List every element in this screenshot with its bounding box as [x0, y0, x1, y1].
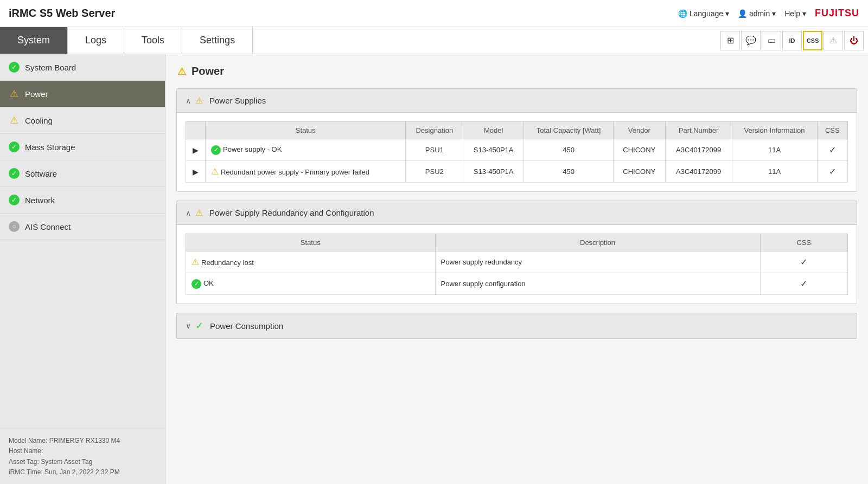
display-icon-button[interactable]: ▭: [762, 31, 781, 50]
psu1-css: ✓: [817, 139, 847, 161]
psu2-css: ✓: [817, 161, 847, 183]
host-name-line: Host Name:: [9, 446, 156, 456]
row-expand-cell: ▶: [186, 161, 206, 183]
power-icon-button[interactable]: ⏻: [844, 31, 864, 50]
section-power-supplies: ∧ ⚠ Power Supplies Status Designation Mo…: [176, 88, 857, 192]
psu1-designation: PSU1: [406, 139, 463, 161]
warning-icon-button[interactable]: ⚠: [824, 31, 843, 50]
model-name-label: Model Name:: [9, 437, 49, 444]
power-redundancy-table: Status Description CSS ⚠Redundancy lost …: [186, 234, 848, 295]
redundancy-css: ✓: [760, 251, 847, 273]
chevron-icon: ∨: [186, 321, 191, 330]
col-version: Version Information: [732, 122, 817, 139]
top-bar-controls: 🌐 Language ▾ 👤 admin ▾ Help ▾ FUJITSU: [678, 8, 859, 19]
app-title: iRMC S5 Web Server: [9, 7, 678, 20]
user-icon: 👤: [738, 9, 747, 18]
status-warning-icon: ⚠: [9, 88, 20, 99]
page-title: ⚠ Power: [176, 65, 857, 78]
sidebar-item-power[interactable]: ⚠ Power: [0, 81, 165, 107]
row-expand-button[interactable]: ▶: [193, 146, 199, 154]
chevron-icon: ∧: [186, 96, 191, 105]
section-warning-icon: ⚠: [195, 95, 203, 106]
section-header-power-redundancy[interactable]: ∧ ⚠ Power Supply Redundancy and Configur…: [177, 201, 857, 225]
host-name-label: Host Name:: [9, 447, 43, 455]
section-title-power-redundancy: Power Supply Redundancy and Configuratio…: [209, 208, 374, 217]
section-body-power-redundancy: Status Description CSS ⚠Redundancy lost …: [177, 225, 857, 304]
config-status: ✓OK: [186, 273, 436, 295]
sidebar-label-cooling: Cooling: [25, 116, 53, 125]
table-row: ⚠Redundancy lost Power supply redundancy…: [186, 251, 848, 273]
psu1-part-number: A3C40172099: [665, 139, 732, 161]
psu2-model: S13-450P1A: [463, 161, 524, 183]
sidebar-item-ais-connect[interactable]: ○ AIS Connect: [0, 214, 165, 240]
status-warning-icon: ⚠: [192, 257, 199, 267]
status-ok-icon: ✓: [192, 279, 201, 289]
irmc-time-label: iRMC Time:: [9, 468, 44, 476]
asset-tag-label: Asset Tag:: [9, 458, 41, 466]
psu1-vendor: CHICONY: [614, 139, 666, 161]
status-green-icon: ✓: [9, 62, 20, 73]
top-bar: iRMC S5 Web Server 🌐 Language ▾ 👤 admin …: [0, 0, 868, 27]
sidebar-label-software: Software: [25, 169, 57, 178]
sidebar-label-ais-connect: AIS Connect: [25, 222, 71, 231]
section-power-consumption: ∨ ✓ Power Consumption: [176, 313, 857, 339]
psu2-part-number: A3C40172099: [665, 161, 732, 183]
sidebar-item-network[interactable]: ✓ Network: [0, 187, 165, 214]
col-vendor: Vendor: [614, 122, 666, 139]
page-title-text: Power: [192, 65, 224, 78]
sidebar-item-software[interactable]: ✓ Software: [0, 160, 165, 187]
status-warning-icon: ⚠: [9, 115, 20, 126]
irmc-time-value: Sun, Jan 2, 2022 2:32 PM: [44, 468, 120, 476]
chevron-down-icon: ▾: [725, 9, 729, 18]
sidebar-label-power: Power: [25, 89, 48, 99]
help-button[interactable]: Help ▾: [784, 9, 806, 18]
table-row: ✓OK Power supply configuration ✓: [186, 273, 848, 295]
row-expand-button[interactable]: ▶: [193, 167, 199, 176]
col-part-number: Part Number: [665, 122, 732, 139]
sidebar-label-system-board: System Board: [25, 63, 76, 72]
model-name-line: Model Name: PRIMERGY RX1330 M4: [9, 436, 156, 446]
sidebar-footer: Model Name: PRIMERGY RX1330 M4 Host Name…: [0, 429, 165, 484]
col-description: Description: [435, 234, 760, 251]
sidebar-item-system-board[interactable]: ✓ System Board: [0, 54, 165, 81]
section-ok-icon: ✓: [195, 320, 203, 332]
psu2-vendor: CHICONY: [614, 161, 666, 183]
psu1-version: 11A: [732, 139, 817, 161]
redundancy-status: ⚠Redundancy lost: [186, 251, 436, 273]
tab-system[interactable]: System: [0, 27, 68, 54]
tab-tools[interactable]: Tools: [124, 27, 182, 54]
section-title-power-supplies: Power Supplies: [209, 96, 266, 105]
section-header-power-consumption[interactable]: ∨ ✓ Power Consumption: [177, 313, 857, 338]
chevron-down-icon: ▾: [802, 9, 806, 18]
language-button[interactable]: 🌐 Language ▾: [678, 9, 729, 18]
status-gray-icon: ○: [9, 221, 20, 232]
status-green-icon: ✓: [9, 141, 20, 152]
section-warning-icon: ⚠: [195, 208, 203, 218]
id-icon-button[interactable]: ID: [782, 31, 802, 50]
psu1-status: ✓Power supply - OK: [206, 139, 406, 161]
section-header-power-supplies[interactable]: ∧ ⚠ Power Supplies: [177, 89, 857, 113]
psu1-capacity: 450: [524, 139, 614, 161]
asset-tag-value: System Asset Tag: [41, 458, 92, 466]
psu2-designation: PSU2: [406, 161, 463, 183]
psu1-model: S13-450P1A: [463, 139, 524, 161]
sidebar-item-mass-storage[interactable]: ✓ Mass Storage: [0, 134, 165, 160]
chevron-icon: ∧: [186, 209, 191, 217]
tab-logs[interactable]: Logs: [68, 27, 124, 54]
css-icon-button[interactable]: CSS: [803, 31, 822, 50]
sidebar-label-mass-storage: Mass Storage: [25, 143, 75, 152]
grid-icon-button[interactable]: ⊞: [720, 31, 740, 50]
sidebar-item-cooling[interactable]: ⚠ Cooling: [0, 107, 165, 134]
chat-icon-button[interactable]: 💬: [741, 31, 761, 50]
col-capacity: Total Capacity [Watt]: [524, 122, 614, 139]
user-menu-button[interactable]: 👤 admin ▾: [738, 9, 776, 18]
col-css: CSS: [817, 122, 847, 139]
table-row: ▶ ⚠Redundant power supply - Primary powe…: [186, 161, 848, 183]
status-warning-icon: ⚠: [211, 167, 219, 176]
col-css: CSS: [760, 234, 847, 251]
globe-icon: 🌐: [678, 9, 687, 18]
col-expand: [186, 122, 206, 139]
toolbar-icons: ⊞ 💬 ▭ ID CSS ⚠ ⏻: [720, 27, 868, 54]
section-body-power-supplies: Status Designation Model Total Capacity …: [177, 113, 857, 191]
tab-settings[interactable]: Settings: [182, 27, 253, 54]
